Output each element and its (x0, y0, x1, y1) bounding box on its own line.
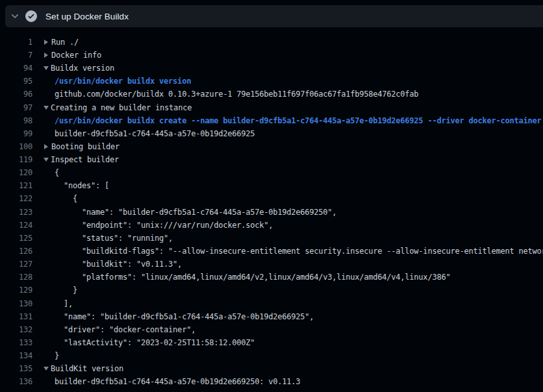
log-line: 131 "name": "builder-d9cfb5a1-c764-445a-… (0, 310, 543, 323)
line-number[interactable]: 127 (0, 258, 32, 271)
line-number[interactable]: 100 (0, 140, 32, 153)
output-text: "lastActivity": "2023-02-25T11:58:12.000… (32, 336, 255, 349)
output-text: builder-d9cfb5a1-c764-445a-a57e-0b19d2e6… (32, 375, 300, 388)
command-text: /usr/bin/docker buildx create --name bui… (32, 114, 542, 127)
check-circle-icon (25, 10, 37, 22)
log-group-toggle[interactable]: Booting builder (32, 140, 120, 153)
group-title[interactable]: Creating a new builder instance (51, 101, 192, 114)
log-group-toggle[interactable]: Buildx version (32, 62, 114, 75)
group-title[interactable]: Buildx version (51, 62, 114, 75)
output-text: ], (32, 297, 73, 310)
output-text: "status": "running", (32, 232, 173, 245)
line-number[interactable]: 124 (0, 219, 32, 232)
line-number[interactable]: 131 (0, 310, 32, 323)
log-line: 129 } (0, 284, 543, 297)
output-text: "name": "builder-d9cfb5a1-c764-445a-a57e… (32, 206, 336, 219)
group-title[interactable]: Inspect builder (51, 153, 119, 166)
line-number[interactable]: 121 (0, 179, 32, 192)
command-text: /usr/bin/docker buildx version (32, 75, 191, 88)
actions-log-page: { "header": { "title": "Set up Docker Bu… (0, 0, 543, 392)
log-group-toggle[interactable]: Creating a new builder instance (32, 101, 192, 114)
log-line: 95/usr/bin/docker buildx version (0, 75, 543, 88)
log-line: 124 "endpoint": "unix:///var/run/docker.… (0, 219, 543, 232)
step-title: Set up Docker Buildx (45, 12, 129, 21)
log-line: 119Inspect builder (0, 153, 543, 166)
line-number[interactable]: 95 (0, 75, 32, 88)
log-line: 99builder-d9cfb5a1-c764-445a-a57e-0b19d2… (0, 127, 543, 140)
group-title[interactable]: Booting builder (51, 140, 120, 153)
triangle-down-icon[interactable] (44, 367, 49, 371)
output-text: builder-d9cfb5a1-c764-445a-a57e-0b19d2e6… (32, 127, 255, 140)
log-line: 134} (0, 349, 543, 362)
output-text: "nodes": [ (32, 179, 109, 192)
output-text: } (32, 349, 59, 362)
output-text: github.com/docker/buildx 0.10.3+azure-1 … (32, 88, 418, 101)
line-number[interactable]: 134 (0, 349, 32, 362)
log-line: 132 "driver": "docker-container", (0, 323, 543, 336)
log-group-toggle[interactable]: Docker info (32, 49, 101, 62)
log-line: 122 { (0, 192, 543, 205)
line-number[interactable]: 98 (0, 114, 32, 127)
group-title[interactable]: Docker info (51, 49, 101, 62)
log-line: 100Booting builder (0, 140, 543, 153)
triangle-right-icon[interactable] (44, 40, 48, 45)
output-text: "buildkitd-flags": "--allow-insecure-ent… (32, 245, 543, 258)
line-number[interactable]: 97 (0, 101, 32, 114)
step-header[interactable]: Set up Docker Buildx (5, 5, 543, 27)
line-number[interactable]: 129 (0, 284, 32, 297)
output-text: "name": "builder-d9cfb5a1-c764-445a-a57e… (32, 310, 314, 323)
log-line: 133 "lastActivity": "2023-02-25T11:58:12… (0, 336, 543, 349)
output-text: { (32, 192, 77, 205)
log-line: 127 "buildkit": "v0.11.3", (0, 258, 543, 271)
log-line: 125 "status": "running", (0, 232, 543, 245)
output-text: } (32, 284, 77, 297)
log-line: 136builder-d9cfb5a1-c764-445a-a57e-0b19d… (0, 375, 543, 388)
log-line: 123 "name": "builder-d9cfb5a1-c764-445a-… (0, 206, 543, 219)
line-number[interactable]: 119 (0, 153, 32, 166)
output-text: "driver": "docker-container", (32, 323, 196, 336)
output-text: "platforms": "linux/amd64,linux/amd64/v2… (32, 271, 450, 284)
log-group-toggle[interactable]: Inspect builder (32, 153, 119, 166)
output-text: { (32, 166, 59, 179)
triangle-right-icon[interactable] (44, 53, 48, 58)
line-number[interactable]: 123 (0, 206, 32, 219)
line-number[interactable]: 1 (0, 36, 32, 49)
line-number[interactable]: 132 (0, 323, 32, 336)
triangle-right-icon[interactable] (44, 144, 48, 149)
log-line: 120{ (0, 166, 543, 179)
log-line: 130 ], (0, 297, 543, 310)
log-viewer: 1Run ./7Docker info94Buildx version95/us… (0, 36, 543, 389)
log-group-toggle[interactable]: Run ./ (32, 36, 79, 49)
line-number[interactable]: 125 (0, 232, 32, 245)
line-number[interactable]: 126 (0, 245, 32, 258)
line-number[interactable]: 133 (0, 336, 32, 349)
chevron-down-icon[interactable] (10, 11, 20, 21)
line-number[interactable]: 120 (0, 166, 32, 179)
line-number[interactable]: 130 (0, 297, 32, 310)
log-line: 1Run ./ (0, 36, 543, 49)
line-number[interactable]: 94 (0, 62, 32, 75)
triangle-down-icon[interactable] (44, 106, 49, 110)
log-line: 128 "platforms": "linux/amd64,linux/amd6… (0, 271, 543, 284)
log-line: 7Docker info (0, 49, 543, 62)
line-number[interactable]: 96 (0, 88, 32, 101)
log-line: 97Creating a new builder instance (0, 101, 543, 114)
log-group-toggle[interactable]: BuildKit version (32, 362, 123, 375)
output-text: "endpoint": "unix:///var/run/docker.sock… (32, 219, 273, 232)
line-number[interactable]: 99 (0, 127, 32, 140)
line-number[interactable]: 136 (0, 375, 32, 388)
line-number[interactable]: 122 (0, 192, 32, 205)
line-number[interactable]: 7 (0, 49, 32, 62)
log-line: 135BuildKit version (0, 362, 543, 375)
log-line: 126 "buildkitd-flags": "--allow-insecure… (0, 245, 543, 258)
log-line: 94Buildx version (0, 62, 543, 75)
group-title[interactable]: BuildKit version (51, 362, 123, 375)
triangle-down-icon[interactable] (44, 66, 49, 70)
log-line: 121 "nodes": [ (0, 179, 543, 192)
log-line: 96github.com/docker/buildx 0.10.3+azure-… (0, 88, 543, 101)
line-number[interactable]: 128 (0, 271, 32, 284)
line-number[interactable]: 135 (0, 362, 32, 375)
triangle-down-icon[interactable] (44, 158, 49, 162)
group-title[interactable]: Run ./ (51, 36, 79, 49)
log-line: 98/usr/bin/docker buildx create --name b… (0, 114, 543, 127)
